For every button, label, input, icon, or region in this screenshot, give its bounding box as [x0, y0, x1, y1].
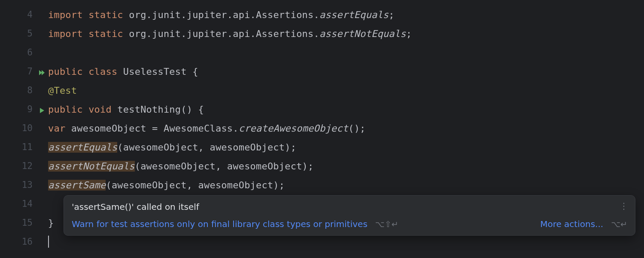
code-line[interactable]: assertSame(awesomeObject, awesomeObject)… — [48, 175, 644, 194]
quick-fix-link[interactable]: Warn for test assertions only on final l… — [72, 219, 368, 229]
class-name: UselessTest — [123, 66, 187, 77]
keyword-static: static — [88, 28, 123, 39]
line-number: 13 — [22, 180, 33, 190]
line-number: 7 — [27, 66, 33, 77]
code-line[interactable]: public class UselessTest { — [48, 62, 644, 81]
keyword-void: void — [88, 104, 112, 115]
run-test-icon[interactable] — [39, 106, 46, 113]
code-line[interactable]: public void testNothing() { — [48, 100, 644, 119]
keyword-class: class — [88, 66, 117, 77]
gutter-line: 8 — [0, 81, 48, 100]
gutter-line: 13 — [0, 175, 48, 194]
code-line[interactable]: assertEquals(awesomeObject, awesomeObjec… — [48, 138, 644, 157]
gutter-line: 10 — [0, 119, 48, 138]
more-actions-link[interactable]: More actions... — [540, 219, 603, 229]
tooltip-title: 'assertSame()' called on itself — [72, 202, 627, 212]
package-path: org.junit.jupiter.api.Assertions. — [129, 9, 319, 20]
line-number: 11 — [22, 142, 33, 152]
assert-call-warn: assertEquals — [48, 142, 117, 153]
keyword-static: static — [88, 9, 123, 20]
shortcut-hint: ⌥⇧↵ — [375, 219, 398, 229]
assert-call-warn: assertNotEquals — [48, 161, 135, 172]
gutter-line: 16 — [0, 232, 48, 251]
line-number: 4 — [27, 9, 33, 20]
gutter-line: 5 — [0, 24, 48, 43]
line-number: 5 — [27, 28, 33, 39]
assert-call-warn: assertSame — [48, 180, 106, 190]
annotation-test: @Test — [48, 85, 77, 96]
static-member: assertEquals — [319, 9, 389, 20]
code-line[interactable]: var awesomeObject = AwesomeClass.createA… — [48, 119, 644, 138]
gutter: 4 5 6 7 8 9 10 11 12 13 14 15 16 — [0, 0, 48, 258]
line-number: 14 — [22, 199, 33, 209]
shortcut-hint: ⌥↵ — [611, 219, 627, 229]
code-line[interactable]: import static org.junit.jupiter.api.Asse… — [48, 24, 644, 43]
gutter-line: 11 — [0, 138, 48, 157]
line-number: 15 — [22, 218, 33, 228]
package-path: org.junit.jupiter.api.Assertions. — [129, 28, 319, 39]
keyword-public: public — [48, 66, 83, 77]
more-options-icon[interactable]: ⋮ — [620, 201, 629, 211]
gutter-line: 6 — [0, 43, 48, 62]
line-number: 16 — [22, 236, 33, 247]
code-line[interactable]: import static org.junit.jupiter.api.Asse… — [48, 5, 644, 24]
text-caret — [48, 236, 49, 248]
variable: awesomeObject — [71, 123, 146, 134]
keyword-public: public — [48, 104, 83, 115]
static-call: createAwesomeObject — [239, 123, 348, 134]
keyword-var: var — [48, 123, 65, 134]
code-line[interactable]: assertNotEquals(awesomeObject, awesomeOb… — [48, 157, 644, 175]
gutter-line: 4 — [0, 5, 48, 24]
line-number: 6 — [27, 47, 33, 58]
code-line[interactable]: @Test — [48, 81, 644, 100]
inspection-tooltip: ⋮ 'assertSame()' called on itself Warn f… — [64, 195, 635, 236]
code-line[interactable] — [48, 43, 644, 62]
gutter-line: 7 — [0, 62, 48, 81]
gutter-line: 14 — [0, 194, 48, 213]
line-number: 10 — [22, 123, 33, 133]
closing-brace: } — [48, 218, 54, 228]
gutter-line: 15 — [0, 213, 48, 232]
method-name: testNothing — [117, 104, 181, 115]
run-all-icon[interactable] — [39, 68, 46, 75]
keyword-import: import — [48, 28, 83, 39]
keyword-import: import — [48, 9, 83, 20]
line-number: 8 — [27, 85, 33, 95]
tooltip-actions: Warn for test assertions only on final l… — [72, 219, 627, 229]
line-number: 9 — [27, 104, 33, 114]
gutter-line: 12 — [0, 157, 48, 175]
line-number: 12 — [22, 161, 33, 171]
gutter-line: 9 — [0, 100, 48, 119]
static-member: assertNotEquals — [319, 28, 406, 39]
class-ref: AwesomeClass — [164, 123, 233, 134]
